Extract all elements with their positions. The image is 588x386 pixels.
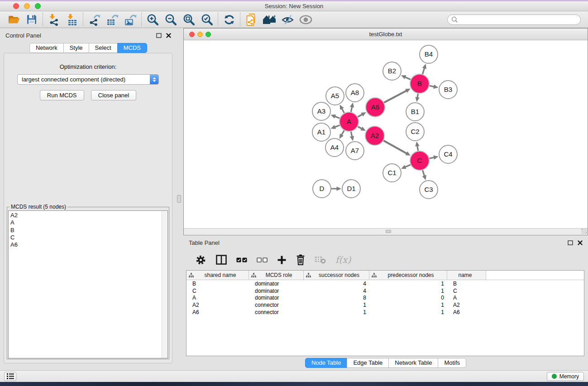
table-row-B[interactable]: Bdominator41B bbox=[186, 280, 584, 287]
node-A6[interactable]: A6 bbox=[366, 98, 385, 117]
split-view-button[interactable] bbox=[216, 255, 227, 265]
tab-network[interactable]: Network bbox=[29, 43, 64, 53]
table-row-A2[interactable]: A2connector11A2 bbox=[186, 301, 584, 309]
edge-C-C2[interactable] bbox=[415, 142, 419, 151]
dropdown-stepper-icon[interactable] bbox=[150, 75, 158, 84]
node-C1[interactable]: C1 bbox=[383, 164, 401, 182]
refresh-button[interactable] bbox=[220, 12, 238, 27]
select-all-button[interactable] bbox=[236, 257, 247, 262]
column-header-name[interactable]: name bbox=[447, 271, 486, 280]
export-network-button[interactable] bbox=[85, 12, 103, 27]
network-canvas[interactable]: AA1A2A3A4A5A6A7A8BB1B2B3B4CC1C2C3C4DD1 bbox=[184, 40, 588, 228]
float-panel-icon[interactable] bbox=[568, 240, 573, 245]
node-B4[interactable]: B4 bbox=[420, 45, 438, 63]
tab-select[interactable]: Select bbox=[89, 43, 118, 53]
column-header-successor-nodes[interactable]: successor nodes bbox=[304, 271, 369, 280]
node-A3[interactable]: A3 bbox=[312, 102, 330, 120]
network-minimize-button[interactable] bbox=[197, 32, 203, 37]
edge-A-A8[interactable] bbox=[350, 103, 354, 112]
zoom-selected-button[interactable] bbox=[198, 12, 216, 27]
criterion-dropdown[interactable]: largest connected component (directed) bbox=[17, 74, 159, 85]
node-B[interactable]: B bbox=[410, 74, 429, 93]
node-B3[interactable]: B3 bbox=[439, 81, 457, 99]
node-D1[interactable]: D1 bbox=[342, 180, 360, 198]
network-window-titlebar[interactable]: testGlobe.txt bbox=[184, 29, 588, 40]
node-A1[interactable]: A1 bbox=[312, 123, 330, 141]
search-field[interactable] bbox=[447, 14, 581, 25]
tab-node-table[interactable]: Node Table bbox=[305, 358, 348, 368]
edge-A-A6[interactable] bbox=[358, 112, 366, 117]
horizontal-scroll-handle[interactable] bbox=[386, 230, 391, 233]
node-A2[interactable]: A2 bbox=[365, 126, 384, 145]
tab-network-table[interactable]: Network Table bbox=[388, 358, 438, 368]
edge-A-A3[interactable] bbox=[331, 114, 340, 119]
edge-A-A5[interactable] bbox=[340, 105, 344, 113]
edge-C-C1[interactable] bbox=[401, 165, 411, 169]
minimize-window-button[interactable] bbox=[24, 3, 30, 9]
edge-A-A2[interactable] bbox=[358, 127, 365, 131]
zoom-out-button[interactable] bbox=[162, 12, 180, 27]
mcds-result-list[interactable]: A2ABCA6 bbox=[8, 210, 168, 358]
edge-A2-C[interactable] bbox=[383, 141, 411, 156]
edge-C-C3[interactable] bbox=[422, 170, 426, 180]
edge-C-C4[interactable] bbox=[429, 155, 438, 159]
edge-A-A4[interactable] bbox=[339, 130, 344, 139]
export-image-button[interactable] bbox=[121, 12, 139, 27]
resize-grip-icon[interactable] bbox=[581, 229, 587, 234]
close-window-button[interactable] bbox=[13, 3, 19, 9]
column-header-shared-name[interactable]: shared name bbox=[186, 271, 249, 280]
new-network-from-selection-button[interactable] bbox=[242, 12, 260, 27]
column-header-MCDS-role[interactable]: MCDS role bbox=[249, 271, 304, 280]
node-A8[interactable]: A8 bbox=[346, 84, 364, 102]
edge-A6-B[interactable] bbox=[384, 89, 410, 103]
network-zoom-button[interactable] bbox=[206, 32, 211, 37]
save-session-button[interactable] bbox=[23, 12, 41, 27]
node-A[interactable]: A bbox=[339, 112, 359, 131]
node-C3[interactable]: C3 bbox=[420, 181, 438, 199]
edge-B-B4[interactable] bbox=[422, 64, 426, 74]
tab-edge-table[interactable]: Edge Table bbox=[347, 358, 389, 368]
node-A7[interactable]: A7 bbox=[346, 142, 364, 160]
float-panel-icon[interactable] bbox=[156, 33, 162, 38]
tab-mcds[interactable]: MCDS bbox=[117, 43, 147, 53]
edge-B-B1[interactable] bbox=[415, 94, 419, 102]
deselect-all-button[interactable] bbox=[257, 257, 268, 262]
node-C4[interactable]: C4 bbox=[439, 145, 457, 163]
zoom-in-button[interactable] bbox=[143, 12, 162, 27]
split-pane-handle[interactable] bbox=[177, 195, 181, 203]
close-panel-icon[interactable] bbox=[166, 33, 171, 38]
table-row-C[interactable]: Cdominator41C bbox=[186, 287, 584, 295]
export-table-button[interactable] bbox=[103, 12, 121, 27]
node-C[interactable]: C bbox=[410, 151, 429, 170]
open-session-button[interactable] bbox=[5, 12, 23, 27]
node-D[interactable]: D bbox=[313, 180, 331, 198]
add-column-button[interactable] bbox=[277, 255, 287, 265]
scrollbar-track[interactable] bbox=[162, 211, 167, 358]
table-settings-button[interactable] bbox=[195, 254, 206, 266]
node-A4[interactable]: A4 bbox=[325, 138, 344, 157]
node-C2[interactable]: C2 bbox=[406, 123, 424, 141]
table-row-A6[interactable]: A6connector11A6 bbox=[186, 309, 584, 316]
node-A5[interactable]: A5 bbox=[326, 87, 344, 105]
network-close-button[interactable] bbox=[189, 32, 195, 37]
home-button[interactable] bbox=[260, 12, 278, 27]
zoom-fit-button[interactable] bbox=[180, 12, 198, 27]
close-panel-button[interactable]: Close panel bbox=[91, 90, 137, 100]
node-B1[interactable]: B1 bbox=[406, 103, 424, 121]
tab-style[interactable]: Style bbox=[63, 43, 89, 53]
run-mcds-button[interactable]: Run MCDS bbox=[40, 90, 84, 100]
hide-selected-button[interactable] bbox=[278, 12, 296, 27]
edge-B-B3[interactable] bbox=[430, 85, 439, 89]
edge-A-A7[interactable] bbox=[350, 132, 354, 141]
close-panel-icon[interactable] bbox=[578, 240, 583, 245]
edge-A-A1[interactable] bbox=[331, 125, 340, 129]
import-network-button[interactable] bbox=[45, 12, 63, 27]
task-history-button[interactable] bbox=[4, 372, 16, 381]
zoom-window-button[interactable] bbox=[35, 3, 41, 9]
show-all-button[interactable] bbox=[296, 12, 315, 27]
column-header-predecessor-nodes[interactable]: predecessor nodes bbox=[369, 271, 447, 280]
node-B2[interactable]: B2 bbox=[383, 62, 401, 80]
edge-B-B2[interactable] bbox=[401, 75, 411, 80]
import-table-button[interactable] bbox=[63, 12, 81, 27]
table-row-A[interactable]: Adominator80A bbox=[186, 295, 584, 302]
